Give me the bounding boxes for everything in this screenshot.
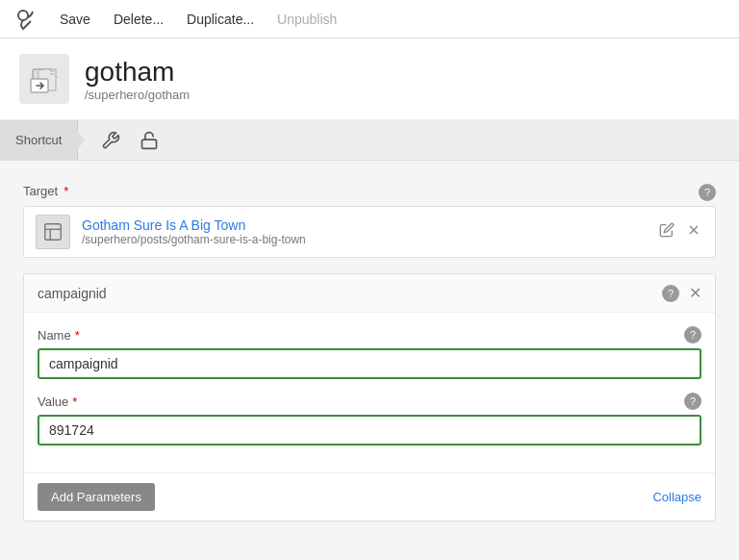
svg-rect-4 [45,224,62,241]
target-info: Gotham Sure Is A Big Town /superhero/pos… [82,217,657,246]
svg-rect-3 [142,140,157,148]
delete-button[interactable]: Delete... [104,8,173,31]
value-help-icon[interactable]: ? [684,393,701,410]
target-title: Gotham Sure Is A Big Town [82,217,657,233]
target-edit-button[interactable] [657,220,676,243]
add-parameters-button[interactable]: Add Parameters [38,483,155,511]
params-card-footer: Add Parameters Collapse [24,472,715,521]
target-section: Target * ? Gotham Sure Is A Big Town /su… [23,184,716,258]
collapse-link[interactable]: Collapse [652,490,701,504]
target-row: Gotham Sure Is A Big Town /superhero/pos… [23,206,716,258]
value-field-label: Value * ? [38,393,701,410]
params-help-icon[interactable]: ? [662,285,679,302]
duplicate-button[interactable]: Duplicate... [177,8,264,31]
params-card-body: Name * ? Value * ? [24,313,715,472]
app-logo-icon [12,6,38,33]
target-label: Target * ? [23,184,716,198]
save-button[interactable]: Save [50,8,100,31]
name-field-row: Name * ? [38,326,701,379]
page-icon [19,54,69,104]
wrench-icon-button[interactable] [97,127,124,154]
params-card-title: campaignid [38,286,662,301]
name-input[interactable] [38,348,701,379]
unpublish-button: Unpublish [268,8,346,31]
params-card: campaignid ? ✕ Name * ? [23,273,716,522]
params-card-header: campaignid ? ✕ [24,274,715,313]
page-title: gotham [85,56,190,89]
lock-icon-button[interactable] [136,127,163,154]
params-card-actions: ? ✕ [662,284,701,302]
name-help-icon[interactable]: ? [684,326,701,344]
params-close-button[interactable]: ✕ [689,284,701,302]
target-help-icon[interactable]: ? [699,184,716,201]
value-field-row: Value * ? [38,393,701,445]
target-path: /superhero/posts/gotham-sure-is-a-big-to… [82,233,657,246]
value-input[interactable] [38,415,701,445]
page-path: /superhero/gotham [85,88,190,102]
shortcut-tab-label[interactable]: Shortcut [0,120,78,160]
target-remove-button[interactable] [684,220,703,243]
page-title-area: gotham /superhero/gotham [85,56,190,103]
target-actions [657,220,703,243]
toolbar: Save Delete... Duplicate... Unpublish [0,0,739,38]
target-thumbnail [36,215,70,249]
tab-bar: Shortcut [0,120,739,161]
tab-icons [78,127,182,154]
page-header: gotham /superhero/gotham [0,38,739,120]
main-content: Target * ? Gotham Sure Is A Big Town /su… [0,161,739,546]
name-field-label: Name * ? [38,326,701,344]
svg-point-0 [18,11,28,20]
